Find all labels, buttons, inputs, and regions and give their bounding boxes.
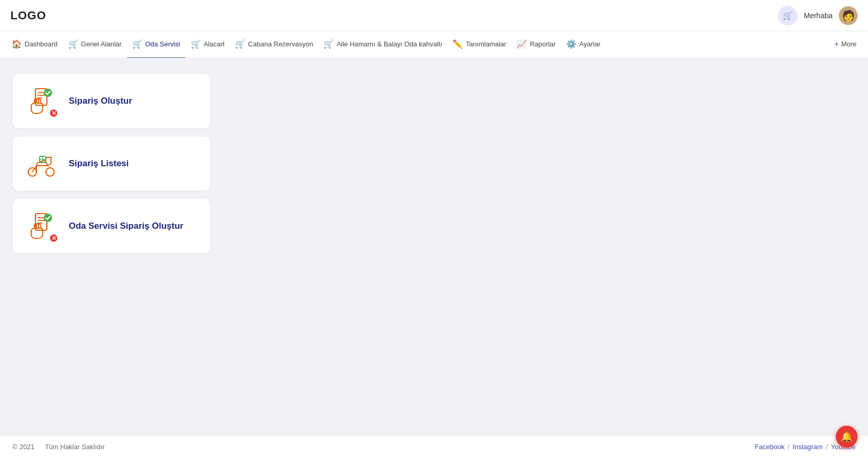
navbar: 🏠 Dashboard 🛒 Genel Alanlar 🛒 Oda Servis… (0, 31, 868, 58)
card-siparis-listesi[interactable]: Sipariş Listesi (12, 137, 210, 191)
card-siparis-olustur[interactable]: ✕ Sipariş Oluştur (12, 74, 210, 128)
card-icon-siparis-listesi (25, 147, 58, 180)
basket-icon-2: 🛒 (132, 39, 143, 49)
header: LOGO 🛒 Merhaba 🧑 (0, 0, 868, 31)
svg-point-4 (44, 89, 52, 97)
gear-icon: ⚙️ (566, 39, 576, 49)
footer-separator-2: / (826, 443, 828, 451)
card-icon-siparis-olustur: ✕ (25, 84, 58, 118)
logo: LOGO (10, 9, 52, 22)
basket-icon-5: 🛒 (323, 39, 334, 49)
nav-item-dashboard[interactable]: 🏠 Dashboard (6, 31, 63, 58)
nav-item-more[interactable]: + More (829, 31, 862, 58)
chart-icon: 📈 (517, 39, 527, 49)
nav-label-oda-servisi: Oda Servisi (145, 40, 180, 48)
nav-item-genel-alanlar[interactable]: 🛒 Genel Alanlar (63, 31, 127, 58)
badge-x-1: ✕ (49, 108, 58, 118)
card-title-oda-servisi: Oda Servisi Sipariş Oluştur (69, 220, 183, 232)
footer-link-instagram[interactable]: Instagram (792, 443, 823, 451)
nav-item-oda-servisi[interactable]: 🛒 Oda Servisi (127, 31, 185, 58)
footer-separator-1: / (788, 443, 790, 451)
card-title-siparis-listesi: Sipariş Listesi (69, 158, 129, 169)
avatar: 🧑 (839, 6, 858, 25)
badge-x-2: ✕ (49, 233, 58, 243)
nav-label-ayarlar: Ayarlar (579, 40, 600, 48)
main-content: ✕ Sipariş Oluştur (0, 58, 868, 435)
plus-icon: + (834, 40, 839, 49)
footer: © 2021 Tüm Haklar Saklıdır Facebook / In… (0, 435, 868, 458)
nav-label-tanimlamalar: Tanımlamalar (466, 40, 506, 48)
nav-item-ayarlar[interactable]: ⚙️ Ayarlar (561, 31, 606, 58)
nav-item-alacart[interactable]: 🛒 Alacart (185, 31, 230, 58)
user-area: 🛒 Merhaba 🧑 (778, 6, 858, 26)
card-oda-servisi-siparis-olustur[interactable]: ✕ Oda Servisi Sipariş Oluştur (12, 199, 210, 253)
nav-item-raporlar[interactable]: 📈 Raporlar (511, 31, 561, 58)
footer-link-facebook[interactable]: Facebook (755, 443, 785, 451)
nav-item-cabana-rezervasyon[interactable]: 🛒 Cabana Rezervasyon (230, 31, 318, 58)
nav-label-genel-alanlar: Genel Alanlar (81, 40, 122, 48)
basket-icon-1: 🛒 (68, 39, 79, 49)
card-icon-oda-servisi: ✕ (25, 209, 58, 243)
nav-label-alacart: Alacart (204, 40, 224, 48)
home-icon: 🏠 (11, 39, 22, 49)
notification-button[interactable]: 🔔 (836, 426, 858, 448)
svg-point-6 (46, 168, 54, 176)
greeting-text: Merhaba (804, 11, 833, 20)
nav-item-tanimlamalar[interactable]: ✏️ Tanımlamalar (447, 31, 511, 58)
card-title-siparis-olustur: Sipariş Oluştur (69, 95, 132, 107)
nav-label-aile-hamami: Aile Hamamı & Balayı Oda kahvaltı (336, 40, 442, 48)
nav-label-dashboard: Dashboard (24, 40, 58, 48)
nav-label-cabana: Cabana Rezervasyon (248, 40, 313, 48)
footer-rights: Tüm Haklar Saklıdır (45, 443, 105, 451)
basket-icon-4: 🛒 (235, 39, 245, 49)
nav-label-raporlar: Raporlar (530, 40, 556, 48)
nav-item-aile-hamami[interactable]: 🛒 Aile Hamamı & Balayı Oda kahvaltı (318, 31, 447, 58)
edit-icon: ✏️ (452, 39, 463, 49)
cards-grid: ✕ Sipariş Oluştur (12, 74, 210, 253)
basket-icon-3: 🛒 (191, 39, 201, 49)
nav-label-more: More (841, 40, 857, 48)
footer-copyright: © 2021 (12, 443, 34, 451)
cart-button[interactable]: 🛒 (778, 6, 798, 26)
svg-point-15 (44, 214, 52, 222)
